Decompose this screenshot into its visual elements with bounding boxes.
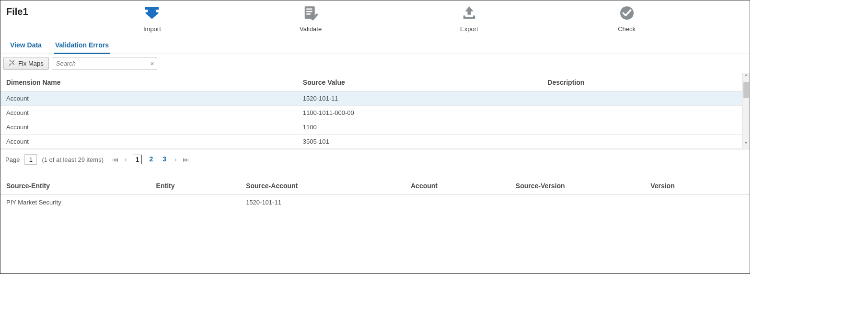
table-row[interactable]: Account 3505-101 bbox=[0, 135, 742, 149]
page-number-input[interactable] bbox=[24, 154, 37, 165]
import-icon bbox=[142, 4, 162, 23]
svg-rect-0 bbox=[145, 7, 159, 10]
tab-view-data[interactable]: View Data bbox=[9, 38, 43, 54]
next-page-icon[interactable]: › bbox=[174, 156, 177, 163]
prev-page-icon[interactable]: ‹ bbox=[125, 156, 127, 163]
scroll-up-icon[interactable]: ˄ bbox=[744, 73, 749, 81]
fix-maps-button[interactable]: Fix Maps bbox=[3, 57, 49, 70]
cell-dimension: Account bbox=[0, 135, 297, 149]
tab-validation-errors[interactable]: Validation Errors bbox=[54, 38, 110, 54]
cell-desc bbox=[542, 135, 742, 149]
page-2[interactable]: 2 bbox=[147, 155, 155, 164]
page-status: (1 of at least 29 items) bbox=[42, 156, 104, 163]
export-button[interactable]: Export bbox=[459, 4, 479, 33]
table-row[interactable]: Account 1100 bbox=[0, 120, 742, 135]
import-button[interactable]: Import bbox=[142, 4, 162, 33]
cell-version bbox=[645, 195, 750, 210]
app-frame: File1 Import Validate bbox=[0, 0, 750, 274]
col-source-account[interactable]: Source-Account bbox=[240, 177, 405, 195]
col-source-value[interactable]: Source Value bbox=[297, 73, 542, 91]
export-label: Export bbox=[460, 25, 478, 33]
search-input[interactable] bbox=[52, 57, 157, 70]
first-page-icon[interactable]: ⏮ bbox=[112, 156, 119, 163]
cell-entity bbox=[150, 195, 241, 210]
errors-table-region: Dimension Name Source Value Description … bbox=[0, 73, 750, 149]
col-dimension-name[interactable]: Dimension Name bbox=[0, 73, 297, 91]
top-row: File1 Import Validate bbox=[0, 0, 750, 33]
col-entity[interactable]: Entity bbox=[150, 177, 241, 195]
last-page-icon[interactable]: ⏭ bbox=[183, 156, 189, 163]
page-1[interactable]: 1 bbox=[133, 155, 142, 164]
validate-icon bbox=[301, 4, 321, 23]
cell-source: 1100 bbox=[297, 120, 542, 135]
cell-dimension: Account bbox=[0, 106, 297, 120]
cell-desc bbox=[542, 120, 742, 135]
table-row[interactable]: Account 1520-101-11 bbox=[0, 91, 742, 106]
cell-source-version bbox=[510, 195, 645, 210]
tabs: View Data Validation Errors bbox=[0, 33, 750, 54]
fix-maps-label: Fix Maps bbox=[18, 60, 44, 67]
svg-rect-2 bbox=[306, 9, 312, 10]
check-button[interactable]: Check bbox=[617, 4, 637, 33]
cell-source: 3505-101 bbox=[297, 135, 542, 149]
search-wrap: × bbox=[52, 57, 157, 70]
col-description[interactable]: Description bbox=[542, 73, 742, 91]
search-clear-icon[interactable]: × bbox=[150, 60, 154, 68]
svg-rect-3 bbox=[306, 11, 312, 12]
validate-button[interactable]: Validate bbox=[300, 4, 322, 33]
tools-icon bbox=[9, 59, 15, 68]
cell-account bbox=[405, 195, 510, 210]
scroll-down-icon[interactable]: ˅ bbox=[744, 141, 749, 149]
cell-desc bbox=[542, 91, 742, 106]
cell-source-entity: PIY Market Security bbox=[0, 195, 150, 210]
import-label: Import bbox=[143, 25, 161, 33]
table-row[interactable]: PIY Market Security 1520-101-11 bbox=[0, 195, 750, 210]
page-3[interactable]: 3 bbox=[160, 155, 169, 164]
cell-source: 1520-101-11 bbox=[297, 91, 542, 106]
file-title: File1 bbox=[6, 4, 73, 17]
col-version[interactable]: Version bbox=[645, 177, 750, 195]
page-label: Page bbox=[5, 156, 20, 163]
cell-desc bbox=[542, 106, 742, 120]
paginator: Page (1 of at least 29 items) ⏮ ‹ 1 2 3 … bbox=[0, 149, 750, 173]
validate-label: Validate bbox=[300, 25, 322, 33]
scroll-thumb[interactable] bbox=[743, 82, 749, 98]
action-row: Fix Maps × bbox=[0, 54, 750, 73]
col-source-entity[interactable]: Source-Entity bbox=[0, 177, 150, 195]
col-account[interactable]: Account bbox=[405, 177, 510, 195]
table-row[interactable]: Account 1100-1011-000-00 bbox=[0, 106, 742, 120]
export-icon bbox=[459, 4, 479, 23]
cell-dimension: Account bbox=[0, 91, 297, 106]
check-label: Check bbox=[618, 25, 636, 33]
cell-dimension: Account bbox=[0, 120, 297, 135]
col-source-version[interactable]: Source-Version bbox=[510, 177, 645, 195]
cell-source: 1100-1011-000-00 bbox=[297, 106, 542, 120]
workflow-toolbar: Import Validate Export bbox=[73, 4, 744, 33]
cell-source-account: 1520-101-11 bbox=[240, 195, 405, 210]
vertical-scrollbar[interactable]: ˄ ˅ bbox=[742, 73, 750, 149]
check-icon bbox=[617, 4, 637, 23]
svg-rect-4 bbox=[306, 13, 311, 15]
detail-table: Source-Entity Entity Source-Account Acco… bbox=[0, 177, 750, 210]
errors-table: Dimension Name Source Value Description … bbox=[0, 73, 742, 149]
page-numbers: 1 2 3 bbox=[133, 155, 169, 164]
page-nav: ⏮ ‹ 1 2 3 › ⏭ bbox=[112, 155, 189, 164]
